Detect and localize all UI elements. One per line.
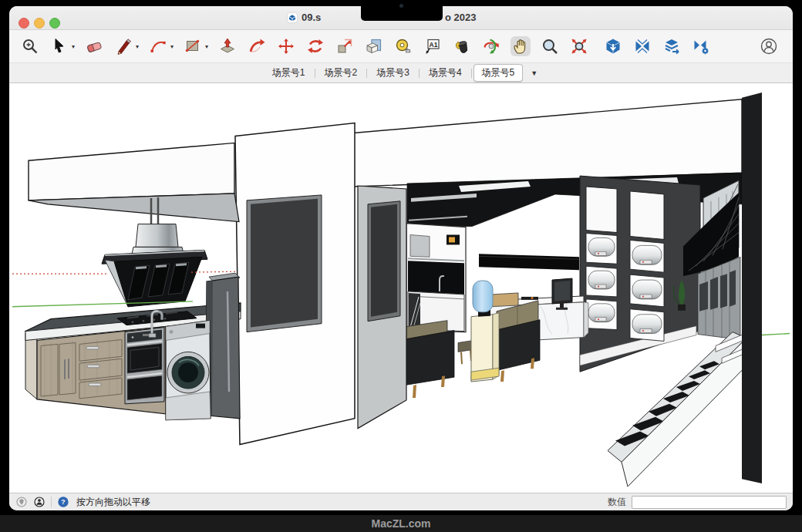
svg-text:?: ? [61, 498, 65, 506]
pan-tool-icon[interactable] [511, 36, 531, 56]
3d-warehouse-icon[interactable] [603, 36, 623, 56]
viewport-canvas[interactable] [9, 83, 793, 493]
refrigerator [206, 273, 240, 419]
tab-separator [471, 69, 472, 78]
fullscreen-button[interactable] [49, 18, 60, 29]
tab-overflow-caret[interactable]: ▼ [531, 69, 537, 77]
paint-bucket-tool-icon[interactable] [452, 36, 472, 56]
tape-measure-tool-icon[interactable] [393, 36, 413, 56]
zoom-extents-tool-icon[interactable] [569, 36, 589, 56]
model-viewport[interactable] [9, 83, 793, 493]
line-tool-icon[interactable] [113, 36, 133, 56]
scene-tab-3[interactable]: 场景号3 [369, 65, 417, 81]
rectangle-tool-icon[interactable] [183, 36, 203, 56]
eraser-tool-icon[interactable] [84, 36, 104, 56]
scene-tab-5-active[interactable]: 场景号5 [473, 64, 524, 82]
tab-separator [315, 69, 315, 78]
tab-separator [366, 69, 367, 78]
partition-wall [358, 186, 406, 429]
svg-text:A1: A1 [430, 41, 438, 49]
orbit-tool-icon[interactable] [481, 36, 501, 56]
tab-separator [419, 69, 420, 78]
text-tool-icon[interactable]: A1 [423, 36, 443, 56]
status-bar: ? 按方向拖动以平移 数值 [9, 493, 793, 510]
minimize-button[interactable] [34, 18, 45, 29]
window-title-prefix: 09.s [302, 12, 321, 23]
measurement-input[interactable] [632, 496, 787, 509]
blue-vase [473, 281, 493, 312]
extension-warehouse-icon[interactable] [691, 36, 711, 56]
search-tool-icon[interactable] [20, 36, 40, 56]
display-screen [251, 199, 318, 328]
arc-tool-icon[interactable] [148, 36, 168, 56]
sketchup-logo-icon [286, 12, 298, 24]
person-status-icon[interactable] [33, 496, 45, 508]
main-toolbar: ▾ ▾ ▾ ▾ [9, 30, 793, 63]
scene-tab-bar: 场景号1 场景号2 场景号3 场景号4 场景号5 ▼ [9, 63, 793, 83]
bottom-bar: MacZL.com [0, 510, 802, 532]
status-divider [51, 497, 52, 507]
move-tool-icon[interactable] [276, 36, 296, 56]
scene-tab-2[interactable]: 场景号2 [317, 65, 366, 81]
back-kitchen [406, 224, 466, 332]
close-button[interactable] [19, 18, 29, 29]
geolocation-icon[interactable] [15, 496, 28, 508]
window-title-suffix: o 2023 [445, 12, 476, 23]
trimble-connect-icon[interactable] [632, 36, 652, 56]
scene-tab-1[interactable]: 场景号1 [265, 65, 313, 81]
account-icon[interactable] [759, 36, 779, 56]
section-plane-tool-icon[interactable] [364, 36, 384, 56]
scene-tab-4[interactable]: 场景号4 [421, 65, 470, 81]
status-hint: 按方向拖动以平移 [76, 496, 150, 509]
select-tool-icon[interactable] [49, 36, 69, 56]
send-to-layout-icon[interactable] [662, 36, 682, 56]
measurement-label: 数值 [608, 496, 626, 509]
rotate-tool-icon[interactable] [305, 36, 325, 56]
title-redaction-overlay [361, 0, 443, 21]
help-icon[interactable]: ? [57, 496, 69, 508]
built-in-oven [125, 328, 164, 404]
corner-wall [742, 93, 762, 483]
display-pillar [235, 123, 355, 445]
zoom-tool-icon[interactable] [540, 36, 560, 56]
rectangle-dropdown-caret[interactable]: ▾ [205, 43, 208, 50]
backsplash [408, 261, 464, 295]
arc-dropdown-caret[interactable]: ▾ [170, 43, 174, 50]
select-dropdown-caret[interactable]: ▾ [72, 43, 75, 50]
follow-me-tool-icon[interactable] [247, 36, 267, 56]
display-screen [371, 204, 397, 317]
app-window: 09.s o 2023 ▾ ▾ ▾ [9, 6, 793, 510]
line-dropdown-caret[interactable]: ▾ [136, 43, 139, 50]
washing-machine [166, 321, 211, 420]
watermark: MacZL.com [0, 515, 802, 532]
push-pull-tool-icon[interactable] [217, 36, 238, 56]
camera-dot [399, 4, 403, 8]
scale-tool-icon[interactable] [335, 36, 355, 56]
